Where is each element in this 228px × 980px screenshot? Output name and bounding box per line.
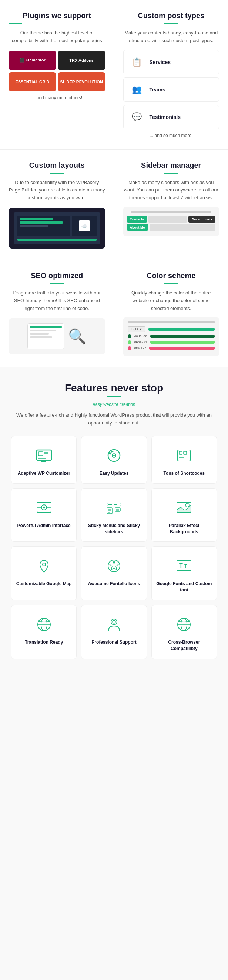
sb-spacer-1 xyxy=(149,216,187,223)
svg-point-11 xyxy=(113,455,115,456)
trx-logo: TRX Addons xyxy=(58,51,105,70)
svg-point-20 xyxy=(43,506,45,508)
layout-col-main xyxy=(17,216,70,236)
map-icon xyxy=(34,555,54,576)
essential-logo: ESSENTIAL GRID xyxy=(9,72,56,91)
feature-card-crossbrowser: Cross-Browser Compatilibty xyxy=(151,605,217,659)
parallax-icon xyxy=(174,497,194,518)
plugins-accent-line xyxy=(9,23,22,24)
adaptive-label: Adaptive WP Customizer xyxy=(18,470,70,477)
testimonials-icon: 💬 xyxy=(130,110,144,124)
features-section: Features never stop easy website creatio… xyxy=(0,368,228,673)
color-swatch-3 xyxy=(149,347,215,350)
features-accent-line xyxy=(107,396,121,398)
seo-bar-1 xyxy=(30,326,62,328)
color-dot-1 xyxy=(128,334,131,338)
layout-col-card: ☁️ xyxy=(72,216,96,236)
fonts-icon: T T xyxy=(174,555,194,576)
cpt-item-teams: 👥 Teams xyxy=(123,77,220,102)
adaptive-icon xyxy=(34,445,54,466)
seo-bar-3 xyxy=(30,333,49,335)
color-title: Color scheme xyxy=(123,271,220,280)
feature-card-adaptive: Adaptive WP Customizer xyxy=(11,436,77,484)
feature-card-map: Customizable Google Map xyxy=(11,546,77,600)
updates-label: Easy Updates xyxy=(100,470,129,477)
slider-logo: SLIDER REVOLUTION xyxy=(58,72,105,91)
services-icon: 📋 xyxy=(130,55,144,70)
updates-icon xyxy=(104,445,124,466)
sb-btn-contacts: Contacts xyxy=(127,216,147,223)
layouts-desc: Due to compatibility with the WPBakery P… xyxy=(9,179,105,202)
sidebar-section: Sidebar manager Make as many sidebars wi… xyxy=(114,150,228,259)
cpt-title: Custom post types xyxy=(123,11,220,20)
svg-rect-1 xyxy=(38,452,43,455)
support-icon xyxy=(104,614,124,635)
essential-icon: ESSENTIAL GRID xyxy=(15,80,49,84)
color-accent-line xyxy=(164,283,178,284)
svg-rect-0 xyxy=(36,450,51,460)
cpt-desc: Make your contents handy, easy-to-use an… xyxy=(123,29,220,45)
seo-preview: 🔍 xyxy=(9,318,105,355)
sb-spacer-2 xyxy=(150,224,216,231)
services-label: Services xyxy=(150,59,171,65)
feature-card-fontello: Awesome Fontello Icons xyxy=(81,546,147,600)
layout-bottom-bar xyxy=(17,239,97,241)
color-hex-2: #6be271 xyxy=(135,340,147,344)
admin-label: Powerful Admin Interface xyxy=(17,523,71,529)
svg-rect-14 xyxy=(184,452,187,455)
map-label: Customizable Google Map xyxy=(16,581,72,587)
svg-point-39 xyxy=(108,560,120,572)
color-preview: Light ▼ #0d6b38 #6be271 #f04e77 xyxy=(123,317,220,356)
features-grid: Adaptive WP Customizer Easy Updates xyxy=(11,436,217,659)
translation-icon xyxy=(34,614,54,635)
seo-section: SEO optimized Drag more traffic to your … xyxy=(0,260,114,367)
color-top-bar xyxy=(128,321,215,323)
plugins-cpt-row: Plugins we support Our theme has the hig… xyxy=(0,0,228,149)
svg-point-49 xyxy=(112,620,116,623)
feature-card-sticky: Sticky Menus and Sticky sidebars xyxy=(81,488,147,542)
fontello-icon xyxy=(104,555,124,576)
cpt-section: Custom post types Make your contents han… xyxy=(114,0,228,149)
feature-card-updates: Easy Updates xyxy=(81,436,147,484)
testimonials-label: Testimonials xyxy=(150,114,181,120)
plugins-section: Plugins we support Our theme has the hig… xyxy=(0,0,114,149)
features-title: Features never stop xyxy=(11,382,217,394)
layout-bar-3 xyxy=(20,225,49,228)
layouts-sidebar-row: Custom layouts Due to compatibility with… xyxy=(0,150,228,259)
admin-icon xyxy=(34,497,54,518)
color-swatch-1 xyxy=(150,335,215,338)
color-section: Color scheme Quickly change the color of… xyxy=(114,260,228,367)
layouts-title: Custom layouts xyxy=(9,161,105,170)
color-row-2: #6be271 xyxy=(128,340,215,344)
seo-color-row: SEO optimized Drag more traffic to your … xyxy=(0,260,228,367)
sb-top-bar xyxy=(131,211,211,213)
color-swatch-light xyxy=(149,328,215,331)
layout-card-icon: ☁️ xyxy=(79,220,90,231)
svg-point-48 xyxy=(111,619,117,625)
layouts-section: Custom layouts Due to compatibility with… xyxy=(0,150,114,259)
cpt-list: 📋 Services 👥 Teams 💬 Testimonials xyxy=(123,50,220,129)
features-subtitle: easy website creation xyxy=(11,402,217,407)
sb-row-2: About Me xyxy=(127,224,216,231)
color-hex-1: #0d6b38 xyxy=(135,334,147,338)
seo-browser-mockup xyxy=(27,323,64,349)
sb-btn-about: About Me xyxy=(127,224,148,231)
slider-icon: SLIDER REVOLUTION xyxy=(60,80,103,84)
sb-btn-recent: Recent posts xyxy=(188,216,215,223)
teams-label: Teams xyxy=(150,87,165,92)
trx-icon: TRX Addons xyxy=(69,58,93,63)
svg-rect-13 xyxy=(179,452,182,455)
shortcodes-label: Tons of Shortcodes xyxy=(163,470,205,477)
seo-bar-2 xyxy=(30,329,55,331)
cpt-item-services: 📋 Services xyxy=(123,50,220,75)
feature-card-shortcodes: Tons of Shortcodes xyxy=(151,436,217,484)
color-desc: Quickly change the color of the entire w… xyxy=(123,289,220,312)
plugins-desc: Our theme has the highest level of compa… xyxy=(9,29,105,45)
fontello-label: Awesome Fontello Icons xyxy=(88,581,140,587)
feature-card-parallax: Parallax Effect Backgrounds xyxy=(151,488,217,542)
color-swatch-2 xyxy=(150,341,215,344)
cpt-accent-line xyxy=(164,23,178,24)
sb-row-1: Contacts Recent posts xyxy=(127,216,216,223)
plugins-title: Plugins we support xyxy=(9,11,105,20)
sidebar-title: Sidebar manager xyxy=(123,161,220,170)
